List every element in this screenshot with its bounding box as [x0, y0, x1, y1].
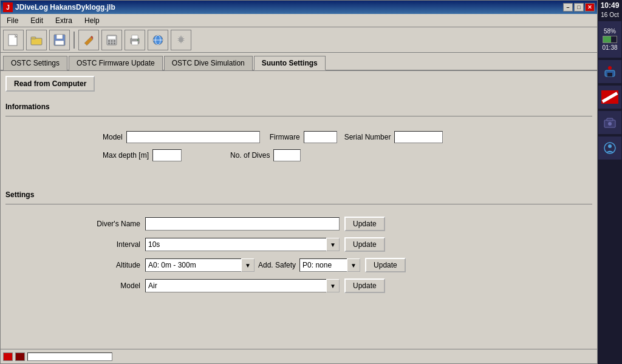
svg-rect-2: [31, 37, 36, 39]
battery-widget: 58% 01:38: [598, 21, 621, 58]
menu-bar: File Edit Extra Help: [1, 14, 597, 27]
svg-rect-26: [607, 118, 613, 121]
tab-ostc-firmware[interactable]: OSTC Firmware Update: [69, 56, 163, 70]
svg-rect-7: [108, 36, 115, 39]
toolbar-calc[interactable]: [101, 30, 122, 50]
main-content: Read from Computer Informations Model Fi…: [1, 71, 597, 349]
altitude-dropdown-wrapper: A0: 0m - 300m A1: 300m - 1000m A2: 1000m…: [145, 258, 255, 272]
dive-flag: [601, 90, 618, 104]
battery-time: 01:38: [602, 44, 617, 51]
model-dropdown-wrapper: Air Nitrox Gauge Freedive ▼: [145, 279, 340, 292]
toolbar: [1, 27, 597, 53]
divers-name-row: Diver's Name Update: [5, 217, 592, 231]
model-select[interactable]: Air Nitrox Gauge Freedive: [145, 279, 340, 292]
altitude-select[interactable]: A0: 0m - 300m A1: 300m - 1000m A2: 1000m…: [145, 258, 255, 272]
settings-section: Settings Diver's Name Update Interval 10…: [5, 184, 592, 302]
menu-help[interactable]: Help: [81, 15, 103, 26]
svg-point-27: [608, 122, 612, 126]
add-safety-label: Add. Safety: [258, 261, 296, 269]
safety-select[interactable]: P0: none P1: low P2: high: [299, 258, 360, 272]
divers-name-input[interactable]: [145, 217, 340, 231]
settings-section-header: Settings: [5, 190, 592, 199]
window-title: JDiveLog HakansDyklogg.jlb: [15, 3, 115, 12]
max-depth-input[interactable]: [152, 149, 182, 161]
svg-rect-5: [55, 41, 64, 45]
status-indicator-dark-red: [15, 352, 25, 361]
interval-select[interactable]: 10s 20s 30s 60s: [145, 238, 340, 251]
clock-date: 16 Oct: [601, 11, 620, 19]
svg-rect-12: [111, 42, 113, 44]
read-from-computer-button[interactable]: Read from Computer: [5, 76, 95, 92]
menu-edit[interactable]: Edit: [27, 15, 47, 26]
max-depth-label: Max depth [m]: [103, 151, 149, 160]
dive-flag-widget[interactable]: [598, 86, 621, 109]
model-input[interactable]: [126, 131, 260, 143]
model-label: Model: [103, 133, 123, 141]
toolbar-new[interactable]: [3, 30, 24, 50]
minimize-button[interactable]: –: [563, 3, 573, 12]
settings-model-label: Model: [5, 281, 145, 290]
svg-rect-13: [114, 42, 115, 44]
svg-rect-16: [132, 41, 138, 45]
maximize-button[interactable]: □: [574, 3, 584, 12]
tab-ostc-simulation[interactable]: OSTC Dive Simulation: [164, 56, 253, 70]
info-section: Informations Model Firmware Serial Numbe…: [5, 96, 592, 170]
svg-rect-11: [108, 42, 110, 44]
info-section-header: Informations: [5, 103, 592, 111]
settings-divider: [5, 204, 592, 204]
toolbar-print[interactable]: [125, 30, 145, 50]
model-update-button[interactable]: Update: [344, 278, 385, 293]
network-widget[interactable]: [598, 60, 621, 83]
svg-rect-1: [31, 38, 42, 45]
divers-name-label: Diver's Name: [5, 220, 145, 228]
title-bar: J JDiveLog HakansDyklogg.jlb – □ ✕: [1, 1, 597, 14]
toolbar-save[interactable]: [49, 30, 70, 50]
altitude-row: Altitude A0: 0m - 300m A1: 300m - 1000m …: [5, 258, 592, 272]
svg-rect-9: [111, 40, 113, 42]
interval-dropdown-wrapper: 10s 20s 30s 60s ▼: [145, 238, 340, 251]
svg-point-29: [608, 144, 612, 148]
toolbar-open[interactable]: [26, 30, 47, 50]
close-button[interactable]: ✕: [585, 3, 595, 12]
interval-label: Interval: [5, 240, 145, 249]
status-indicator-red: [3, 352, 13, 361]
window-controls: – □ ✕: [563, 3, 595, 12]
svg-rect-8: [108, 40, 110, 42]
status-bar: [1, 349, 597, 363]
menu-file[interactable]: File: [3, 15, 22, 26]
system-clock: 10:49 16 Oct: [600, 0, 621, 20]
clock-time: 10:49: [601, 1, 620, 11]
widget-4[interactable]: [598, 111, 621, 134]
toolbar-edit[interactable]: [78, 30, 99, 50]
no-dives-label: No. of Dives: [230, 151, 270, 160]
firmware-label: Firmware: [270, 133, 300, 141]
info-divider: [5, 116, 592, 116]
model-row: Model Air Nitrox Gauge Freedive ▼ Update: [5, 278, 592, 293]
toolbar-globe[interactable]: [148, 30, 168, 50]
svg-rect-4: [56, 35, 63, 39]
tab-suunto-settings[interactable]: Suunto Settings: [254, 56, 326, 70]
serial-input[interactable]: [394, 131, 443, 143]
widget-5[interactable]: [598, 136, 621, 160]
status-progress-bar: [27, 352, 112, 361]
svg-point-17: [137, 39, 138, 41]
firmware-input[interactable]: [304, 131, 337, 143]
battery-percentage: 58%: [604, 28, 616, 35]
menu-extra[interactable]: Extra: [52, 15, 76, 26]
tab-ostc-settings[interactable]: OSTC Settings: [3, 56, 67, 70]
altitude-inputs: A0: 0m - 300m A1: 300m - 1000m A2: 1000m…: [145, 258, 360, 272]
interval-update-button[interactable]: Update: [344, 237, 385, 252]
interval-row: Interval 10s 20s 30s 60s ▼ Update: [5, 237, 592, 252]
app-icon: J: [3, 2, 13, 12]
no-dives-input[interactable]: [273, 149, 301, 161]
altitude-update-button[interactable]: Update: [365, 258, 406, 272]
tab-bar: OSTC Settings OSTC Firmware Update OSTC …: [1, 53, 597, 71]
toolbar-separator-1: [73, 32, 75, 49]
toolbar-settings[interactable]: [171, 30, 191, 50]
system-sidebar: 10:49 16 Oct 58% 01:38: [598, 0, 622, 364]
svg-rect-23: [607, 73, 612, 76]
svg-point-24: [608, 66, 612, 70]
safety-dropdown-wrapper: P0: none P1: low P2: high ▼: [299, 258, 360, 272]
svg-rect-10: [114, 40, 115, 42]
divers-name-update-button[interactable]: Update: [344, 217, 385, 231]
